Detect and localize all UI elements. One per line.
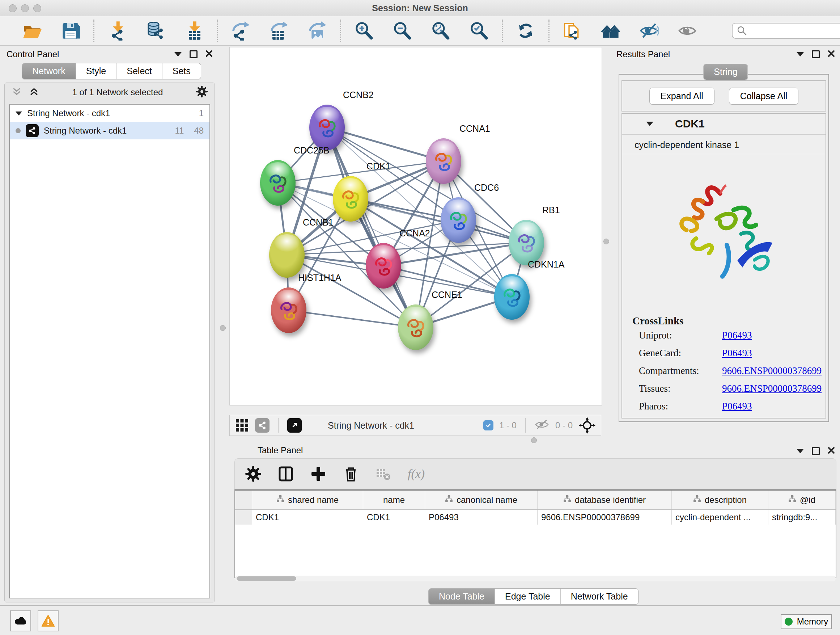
duplicate-network-button[interactable] — [562, 20, 583, 41]
tab-select[interactable]: Select — [117, 63, 162, 79]
float-panel-icon[interactable] — [189, 50, 197, 58]
show-eye-button[interactable] — [677, 20, 698, 41]
network-node-ccnb1[interactable] — [269, 232, 305, 278]
column-header-name[interactable]: name — [363, 491, 425, 510]
search-input[interactable] — [732, 23, 840, 39]
table-cell[interactable]: stringdb:9... — [768, 510, 836, 524]
network-edge[interactable] — [289, 310, 416, 327]
export-image-button[interactable] — [307, 20, 328, 41]
tab-edge-table[interactable]: Edge Table — [495, 589, 561, 604]
network-node-cdc6[interactable] — [441, 197, 476, 243]
import-network-button[interactable] — [107, 20, 128, 41]
right-splitter-handle[interactable] — [603, 239, 609, 244]
crosslink-link[interactable]: P06493 — [722, 401, 752, 412]
tab-string[interactable]: String — [704, 64, 747, 80]
export-table-button[interactable] — [268, 20, 289, 41]
table-cell[interactable]: CDK1 — [252, 510, 363, 524]
grid-view-icon[interactable] — [235, 418, 249, 432]
save-session-button[interactable] — [60, 20, 81, 41]
node-table[interactable]: shared namenamecanonical namedatabase id… — [234, 489, 836, 578]
expand-all-button[interactable]: Expand All — [649, 88, 714, 105]
collection-caret-icon[interactable] — [16, 111, 22, 116]
network-node-cdc25b[interactable] — [260, 160, 295, 206]
network-node-ccna2[interactable] — [366, 243, 401, 288]
zoom-fit-button[interactable] — [430, 20, 451, 41]
refresh-button[interactable] — [515, 20, 536, 41]
hide-eye-button[interactable] — [638, 20, 660, 41]
close-panel-icon[interactable] — [828, 50, 835, 59]
network-edge[interactable] — [327, 127, 416, 327]
column-header-canonicalname[interactable]: canonical name — [425, 491, 538, 510]
import-database-button[interactable] — [145, 20, 166, 41]
collapse-all-icon[interactable] — [11, 86, 22, 98]
column-header-id[interactable]: @id — [768, 491, 836, 510]
crosslink-link[interactable]: P06493 — [722, 348, 752, 359]
memory-button[interactable]: Memory — [781, 614, 832, 629]
export-network-button[interactable] — [230, 20, 251, 41]
create-column-icon[interactable] — [310, 466, 327, 482]
column-header-description[interactable]: description — [672, 491, 768, 510]
network-node-cdkn1a[interactable] — [494, 274, 530, 320]
table-cell[interactable]: 9606.ENSP00000378699 — [538, 510, 672, 524]
network-node-ccne1[interactable] — [398, 304, 433, 350]
tab-sets[interactable]: Sets — [163, 63, 201, 79]
section-caret-icon[interactable] — [646, 122, 653, 126]
close-panel-icon[interactable] — [828, 447, 835, 455]
toggle-columns-icon[interactable] — [278, 466, 294, 482]
column-header-namespace[interactable]: namespace — [836, 491, 837, 510]
table-cell[interactable]: P06493 — [425, 510, 538, 524]
network-options-gear-icon[interactable] — [196, 86, 208, 99]
zoom-out-button[interactable] — [392, 20, 413, 41]
table-settings-gear-icon[interactable] — [245, 466, 262, 482]
column-header-sharedname[interactable]: shared name — [252, 491, 363, 510]
collapse-all-button[interactable]: Collapse All — [729, 88, 799, 105]
cloud-status-button[interactable] — [10, 610, 31, 631]
table-horizontal-scrollbar[interactable] — [235, 576, 836, 581]
network-node-hist1h1a[interactable] — [271, 287, 306, 333]
tab-network-table[interactable]: Network Table — [561, 589, 638, 604]
float-panel-icon[interactable] — [812, 447, 820, 455]
table-cell[interactable]: cyclin-dependent ... — [672, 510, 768, 524]
network-row[interactable]: String Network - cdk1 11 48 — [10, 122, 210, 139]
network-edge[interactable] — [351, 199, 526, 242]
table-cell[interactable]: CDK1 — [363, 510, 425, 524]
network-node-ccnb2[interactable] — [309, 105, 345, 150]
column-header-databaseidentifier[interactable]: database identifier — [538, 491, 672, 510]
float-panel-icon[interactable] — [812, 50, 820, 58]
crosslink-link[interactable]: 9606.ENSP00000378699 — [722, 365, 821, 377]
network-node-cdk1[interactable] — [333, 176, 368, 222]
warning-status-button[interactable] — [38, 610, 58, 631]
delete-column-icon[interactable] — [343, 466, 359, 482]
tab-node-table[interactable]: Node Table — [429, 589, 495, 604]
close-panel-icon[interactable] — [205, 50, 213, 59]
panel-menu-icon[interactable] — [797, 449, 804, 453]
panel-menu-icon[interactable] — [174, 52, 182, 57]
column-label: name — [383, 495, 405, 505]
detach-view-icon[interactable] — [287, 418, 302, 432]
collection-count: 1 — [199, 108, 204, 119]
table-cell[interactable]: stringdb — [836, 510, 837, 524]
left-splitter-handle[interactable] — [220, 325, 226, 331]
fit-crosshair-icon[interactable] — [578, 417, 596, 434]
node-section-header[interactable]: CDK1 — [622, 114, 826, 135]
tab-network[interactable]: Network — [22, 63, 76, 79]
zoom-selected-button[interactable] — [469, 20, 489, 41]
network-canvas[interactable]: CCNB2CCNA1CDC25BCDK1CDC6RB1CCNB1CCNA2CDK… — [229, 47, 602, 405]
panel-menu-icon[interactable] — [797, 52, 804, 57]
open-session-button[interactable] — [22, 20, 43, 41]
network-node-rb1[interactable] — [508, 220, 544, 265]
network-collection-row[interactable]: String Network - cdk1 1 — [10, 105, 210, 122]
network-node-ccna1[interactable] — [426, 138, 461, 184]
network-home-button[interactable] — [600, 20, 621, 41]
bottom-splitter-handle[interactable] — [531, 437, 537, 443]
expand-all-icon[interactable] — [28, 86, 39, 98]
zoom-in-button[interactable] — [354, 20, 374, 41]
scrollbar-thumb[interactable] — [237, 576, 296, 581]
selected-checkbox-icon[interactable] — [483, 420, 493, 431]
import-table-button[interactable] — [183, 20, 204, 41]
network-view-toolbar: String Network - cdk1 1 - 0 0 - 0 — [229, 415, 601, 436]
table-row[interactable]: CDK1CDK1P064939606.ENSP00000378699cyclin… — [235, 510, 836, 524]
crosslink-link[interactable]: 9606.ENSP00000378699 — [722, 383, 821, 394]
crosslink-link[interactable]: P06493 — [722, 330, 752, 341]
tab-style[interactable]: Style — [76, 63, 117, 79]
